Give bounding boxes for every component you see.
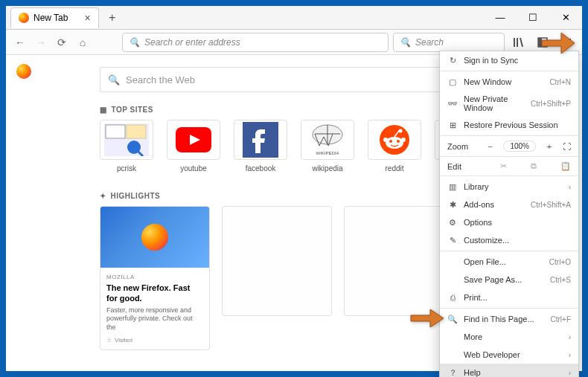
svg-point-16	[401, 138, 406, 142]
print-icon: ⎙	[447, 292, 458, 303]
tile-youtube[interactable]: youtube	[167, 120, 220, 173]
cut-icon[interactable]: ✂	[500, 161, 507, 171]
paint-icon: ✎	[447, 235, 458, 245]
zoom-in-button[interactable]: +	[542, 142, 557, 151]
chevron-right-icon: ›	[569, 333, 571, 341]
web-search-placeholder: Search the Web	[126, 74, 195, 86]
grid-icon: ▦	[100, 106, 107, 114]
menu-library[interactable]: ▥Library›	[440, 178, 578, 196]
chevron-right-icon: ›	[569, 369, 571, 377]
annotation-arrow-hamburger	[540, 30, 576, 59]
highlight-card[interactable]: MOZILLA The new Firefox. Fast for good. …	[100, 206, 210, 350]
tile-facebook[interactable]: facebook	[234, 120, 287, 173]
menu-more[interactable]: More›	[440, 328, 578, 346]
svg-point-15	[383, 138, 388, 142]
highlights-header: ✦ HIGHLIGHTS	[100, 192, 461, 200]
highlights-icon: ✦	[100, 192, 106, 200]
paste-icon[interactable]: 📋	[560, 161, 571, 171]
search-placeholder: Search	[415, 37, 444, 48]
library-button[interactable]	[509, 33, 528, 52]
forward-button[interactable]: →	[33, 34, 49, 51]
web-search-input[interactable]: 🔍 Search the Web	[100, 67, 461, 92]
menu-new-window[interactable]: ▢New WindowCtrl+N	[440, 73, 578, 91]
gear-icon: ⚙	[447, 217, 458, 228]
new-tab-button[interactable]: +	[103, 9, 121, 27]
menu-print[interactable]: ⎙Print...	[440, 289, 578, 306]
window-icon: ▢	[447, 77, 458, 87]
tile-wikipedia[interactable]: WIKIPEDIA wikipedia	[301, 120, 354, 173]
menu-addons[interactable]: ✱Add-onsCtrl+Shift+A	[440, 196, 578, 213]
sync-icon: ↻	[447, 55, 458, 65]
titlebar: New Tab × + — ☐ ✕	[6, 6, 582, 30]
svg-text:WIKIPEDIA: WIKIPEDIA	[316, 151, 339, 155]
tab-newtab[interactable]: New Tab ×	[10, 7, 99, 28]
menu-web-developer[interactable]: Web Developer›	[440, 346, 578, 364]
search-icon: 🔍	[108, 74, 120, 86]
tile-pcrisk[interactable]: pcrisk	[100, 120, 153, 173]
menu-restore[interactable]: ⊞Restore Previous Session	[440, 116, 578, 134]
address-placeholder: Search or enter address	[144, 37, 240, 48]
svg-point-13	[389, 140, 392, 143]
mask-icon: 👓	[447, 98, 458, 109]
svg-point-14	[397, 140, 400, 143]
highlights-grid: MOZILLA The new Firefox. Fast for good. …	[100, 206, 461, 350]
help-icon: ？	[447, 367, 458, 377]
fullscreen-button[interactable]: ⛶	[563, 142, 571, 151]
chevron-right-icon: ›	[569, 183, 571, 191]
menu-help[interactable]: ？Help›	[440, 364, 578, 377]
copy-icon[interactable]: ⧉	[531, 161, 537, 171]
firefox-logo-icon	[16, 64, 31, 79]
menu-zoom: Zoom−100%+⛶	[440, 138, 578, 155]
close-button[interactable]: ✕	[549, 6, 582, 30]
svg-rect-3	[106, 125, 125, 138]
firefox-favicon	[19, 13, 29, 23]
zoom-value[interactable]: 100%	[503, 141, 536, 152]
reload-button[interactable]: ⟳	[54, 34, 70, 51]
svg-point-17	[399, 129, 403, 133]
svg-point-12	[386, 137, 403, 149]
annotation-arrow-help	[409, 308, 445, 332]
back-button[interactable]: ←	[12, 34, 28, 51]
svg-rect-4	[127, 125, 146, 138]
chevron-right-icon: ›	[569, 351, 571, 359]
library-icon: ▥	[447, 181, 458, 192]
highlight-card-empty	[222, 206, 332, 316]
address-bar[interactable]: 🔍 Search or enter address	[122, 33, 389, 52]
hamburger-menu: ↻Sign in to Sync ▢New WindowCtrl+N 👓New …	[439, 51, 579, 377]
menu-edit: Edit✂⧉📋	[440, 158, 578, 174]
search-icon: 🔍	[400, 37, 411, 48]
bookmark-icon: ☆	[106, 337, 112, 344]
menu-find[interactable]: 🔍Find in This Page...Ctrl+F	[440, 310, 578, 328]
tab-title: New Tab	[33, 13, 68, 23]
zoom-out-button[interactable]: −	[482, 142, 497, 151]
top-sites-header: ▦ TOP SITES	[100, 106, 461, 114]
search-icon: 🔍	[447, 314, 458, 324]
search-bar[interactable]: 🔍 Search	[393, 33, 505, 52]
home-button[interactable]: ⌂	[74, 34, 91, 51]
maximize-button[interactable]: ☐	[517, 6, 549, 30]
window-controls: — ☐ ✕	[484, 6, 582, 30]
search-icon: 🔍	[129, 37, 140, 48]
highlight-card-empty	[344, 206, 454, 316]
tab-close-icon[interactable]: ×	[84, 12, 90, 24]
menu-customize[interactable]: ✎Customize...	[440, 231, 578, 249]
menu-open-file[interactable]: Open File...Ctrl+O	[440, 253, 578, 271]
menu-options[interactable]: ⚙Options	[440, 213, 578, 231]
tile-reddit[interactable]: reddit	[368, 120, 421, 173]
puzzle-icon: ✱	[447, 199, 458, 210]
menu-new-private[interactable]: 👓New Private WindowCtrl+Shift+P	[440, 91, 578, 116]
menu-save-page[interactable]: Save Page As...Ctrl+S	[440, 271, 578, 289]
minimize-button[interactable]: —	[484, 6, 517, 30]
restore-icon: ⊞	[447, 120, 458, 130]
top-sites-grid: pcrisk youtube facebook WIKIPEDIA wikipe…	[100, 120, 461, 173]
